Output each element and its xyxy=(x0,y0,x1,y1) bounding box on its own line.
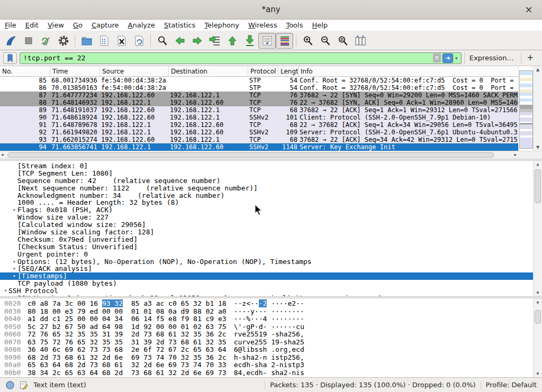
packet-row-89[interactable]: 8971.648191037192.168.122.60192.168.122.… xyxy=(0,106,542,114)
detail-line[interactable]: Acknowledgment number: 34 (relative ack … xyxy=(0,192,542,199)
auto-scroll-button[interactable] xyxy=(258,33,276,49)
close-file-button[interactable] xyxy=(113,33,130,49)
detail-line[interactable]: [Stream index: 0] xyxy=(0,162,542,170)
vscroll-thumb[interactable] xyxy=(535,169,541,203)
detail-line-flags[interactable]: ▸Flags: 0x018 (PSH, ACK) xyxy=(0,206,542,214)
detail-line-options[interactable]: ▸Options: (12 bytes), No-Operation (NOP)… xyxy=(0,258,542,266)
hex-row[interactable]: 00b038 34 2c 65 63 64 68 2d 73 68 61 32 … xyxy=(0,369,542,377)
expression-button[interactable]: Expression… xyxy=(464,52,519,64)
scroll-up-arrow-icon[interactable]: ▲ xyxy=(534,67,542,72)
collapsed-arrow-icon[interactable]: ▸ xyxy=(12,295,17,296)
stop-capture-button[interactable] xyxy=(20,33,37,49)
menu-capture[interactable]: Capture xyxy=(92,21,119,29)
vscroll-track[interactable]: ▲ ▼ xyxy=(533,66,542,151)
scroll-left-arrow-icon[interactable]: ◂ xyxy=(1,152,4,157)
packet-row-93[interactable]: 9371.662015274192.168.122.60192.168.122.… xyxy=(0,136,542,143)
collapsed-arrow-icon[interactable]: ▸ xyxy=(12,206,17,214)
packet-row-90[interactable]: 9071.648618924192.168.122.60192.168.122.… xyxy=(0,114,542,121)
detail-line-seq-ack[interactable]: ▸[SEQ/ACK analysis] xyxy=(0,265,542,272)
detail-line[interactable]: 1000 .... = Header Length: 32 bytes (8) xyxy=(0,199,542,206)
hex-row[interactable]: 0020c0 a8 7a 3c 00 16 93 32 85 a3 ac c0 … xyxy=(0,300,542,308)
detail-line[interactable]: TCP payload (1080 bytes) xyxy=(0,280,542,287)
col-header-no[interactable]: No. xyxy=(0,66,50,76)
packet-row-87[interactable]: 8771.647777234192.168.122.60192.168.122.… xyxy=(0,92,542,99)
scroll-down-arrow-icon[interactable]: ▼ xyxy=(534,290,542,295)
resize-columns-button[interactable] xyxy=(351,33,369,49)
detail-line[interactable]: [Window size scaling factor: 128] xyxy=(0,229,542,236)
zoom-out-button[interactable] xyxy=(317,33,334,49)
hex-vscrollbar[interactable]: ▲ ▼ xyxy=(533,298,542,377)
scroll-right-arrow-icon[interactable]: ▸ xyxy=(514,152,517,157)
col-header-protocol[interactable]: Protocol xyxy=(248,66,278,76)
menu-telephony[interactable]: Telephony xyxy=(204,21,239,29)
go-first-button[interactable] xyxy=(223,33,241,49)
expert-info-icon[interactable] xyxy=(5,380,15,390)
go-last-button[interactable] xyxy=(241,33,258,49)
hscroll-thumb[interactable] xyxy=(7,152,494,158)
go-to-packet-button[interactable] xyxy=(206,33,223,49)
collapsed-arrow-icon[interactable]: ▸ xyxy=(12,265,17,272)
find-packet-button[interactable] xyxy=(153,33,171,49)
detail-line[interactable]: Window size value: 227 xyxy=(0,214,542,221)
display-filter-input[interactable] xyxy=(20,53,433,63)
menu-tools[interactable]: Tools xyxy=(286,21,303,29)
detail-line[interactable]: Checksum: 0x79ed [unverified] xyxy=(0,236,542,243)
menu-file[interactable]: File xyxy=(5,21,16,29)
menu-view[interactable]: View xyxy=(48,21,64,29)
intelligent-scrollbar-minimap[interactable] xyxy=(519,70,533,149)
scroll-down-arrow-icon[interactable]: ▼ xyxy=(534,371,542,376)
vscroll-thumb[interactable] xyxy=(535,310,541,324)
packet-list-hscrollbar[interactable]: ◂ ▸ xyxy=(0,151,542,159)
detail-line-timestamps-selected[interactable]: ▸[Timestamps] xyxy=(0,272,542,280)
col-header-length[interactable]: Length xyxy=(278,66,299,76)
expanded-arrow-icon[interactable]: ▾ xyxy=(3,287,8,295)
profile-status[interactable]: Profile: Default xyxy=(486,381,537,389)
menu-edit[interactable]: Edit xyxy=(25,21,39,29)
go-forward-button[interactable] xyxy=(188,33,206,49)
filter-add-button[interactable]: + xyxy=(521,52,539,64)
col-header-source[interactable]: Source xyxy=(100,66,169,76)
packet-list-vscrollbar[interactable]: ▲ ▼ xyxy=(518,66,542,151)
packet-row-88[interactable]: 8871.648146932192.168.122.1192.168.122.6… xyxy=(0,99,542,106)
packet-row-91[interactable]: 9171.648789678192.168.122.1192.168.122.6… xyxy=(0,121,542,129)
collapsed-arrow-icon[interactable]: ▸ xyxy=(12,258,17,266)
reload-file-button[interactable] xyxy=(130,33,148,49)
details-vscrollbar[interactable]: ▲ ▼ xyxy=(533,161,542,296)
start-capture-button[interactable] xyxy=(2,33,20,49)
menu-analyze[interactable]: Analyze xyxy=(128,21,155,29)
detail-line[interactable]: [Calculated window size: 29056] xyxy=(0,221,542,229)
detail-line-ssh-protocol[interactable]: ▾SSH Protocol xyxy=(0,287,542,295)
collapsed-arrow-icon[interactable]: ▸ xyxy=(12,272,17,280)
scroll-up-arrow-icon[interactable]: ▲ xyxy=(534,162,542,167)
menu-help[interactable]: Help xyxy=(312,21,328,29)
hex-row[interactable]: 0040a1 dd c1 25 00 00 04 34 06 14 f5 e8 … xyxy=(0,315,542,323)
col-header-info[interactable]: Info xyxy=(299,66,542,76)
menu-statistics[interactable]: Statistics xyxy=(164,21,195,29)
colorize-button[interactable] xyxy=(276,33,293,49)
detail-line[interactable]: [Checksum Status: Unverified] xyxy=(0,243,542,251)
packet-row-94-selected[interactable]: 9471.663856741192.168.122.1192.168.122.6… xyxy=(0,143,542,151)
detail-line[interactable]: Sequence number: 42 (relative sequence n… xyxy=(0,177,542,185)
open-file-button[interactable] xyxy=(78,33,95,49)
zoom-reset-button[interactable] xyxy=(334,33,351,49)
detail-line[interactable]: [Next sequence number: 1122 (relative se… xyxy=(0,185,542,192)
col-header-destination[interactable]: Destination xyxy=(169,66,248,76)
capture-comment-icon[interactable] xyxy=(20,380,29,390)
packet-row-85[interactable]: 8568.001734936fe:54:00:d4:38:2aSTP54Conf… xyxy=(0,77,542,84)
menu-go[interactable]: Go xyxy=(73,21,83,29)
zoom-in-button[interactable] xyxy=(299,33,317,49)
detail-line[interactable]: [TCP Segment Len: 1080] xyxy=(0,170,542,177)
save-file-button[interactable] xyxy=(95,33,113,49)
detail-line-ssh-version[interactable]: ▸SSH Version 2 (encryption:chacha20-poly… xyxy=(0,295,542,296)
packet-row-92[interactable]: 9271.661949820192.168.122.1192.168.122.6… xyxy=(0,129,542,136)
hex-row[interactable]: 008036 40 6c 69 62 73 73 68 2e 6f 72 67 … xyxy=(0,346,542,354)
hex-row[interactable]: 006072 76 65 32 35 35 31 39 2d 73 68 61 … xyxy=(0,331,542,339)
filter-clear-button[interactable]: × xyxy=(433,53,441,62)
filter-apply-button[interactable] xyxy=(442,53,453,63)
packet-row-86[interactable]: 8670.013850163fe:54:00:d4:38:2aSTP54Conf… xyxy=(0,84,542,92)
hex-row[interactable]: 007063 75 72 76 65 32 35 35 31 39 2d 73 … xyxy=(0,339,542,347)
scroll-up-arrow-icon[interactable]: ▲ xyxy=(534,299,542,304)
hex-row[interactable]: 00505c 27 b2 67 50 ad 64 98 1d 92 00 00 … xyxy=(0,323,542,331)
filter-history-caret[interactable]: ▾ xyxy=(453,56,460,61)
col-header-time[interactable]: Time xyxy=(50,66,100,76)
